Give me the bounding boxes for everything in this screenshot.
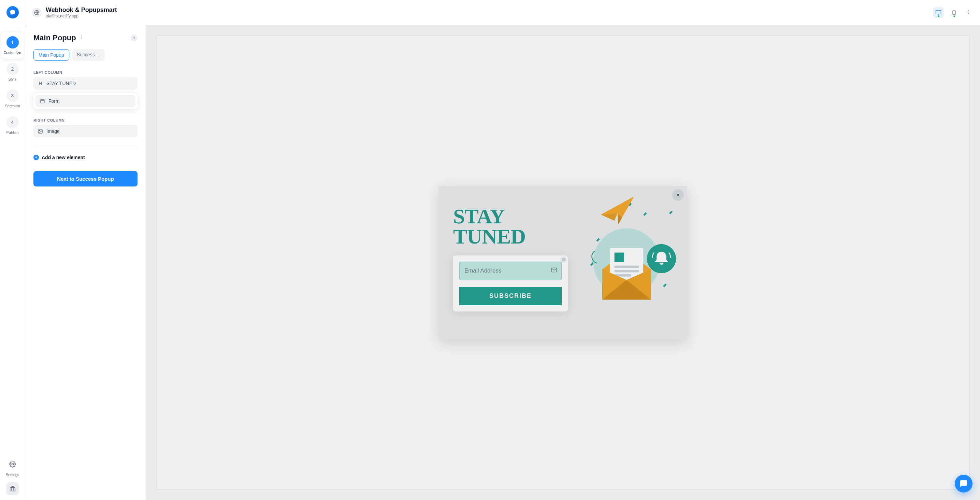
form-icon xyxy=(40,98,45,104)
svg-point-8 xyxy=(81,35,82,36)
title-block: Webhook & Popupsmart trialfirst.netlify.… xyxy=(46,6,117,18)
topbar: Webhook & Popupsmart trialfirst.netlify.… xyxy=(25,0,980,25)
svg-rect-20 xyxy=(614,266,639,268)
tab-main-popup[interactable]: Main Popup xyxy=(33,49,69,61)
left-rail: 1 Customize 2 Style 3 Segment 4 Publish … xyxy=(0,0,25,500)
step-label: Style xyxy=(8,77,16,81)
popup-headline-2: TUNED xyxy=(453,227,568,247)
step-label: Publish xyxy=(6,131,18,134)
divider xyxy=(33,147,137,147)
element-form-highlight: Form xyxy=(33,93,137,109)
tab-success-popup[interactable]: Success Po… xyxy=(72,49,105,61)
step-label: Customize xyxy=(4,51,22,54)
element-label: Form xyxy=(48,98,60,104)
page-domain: trialfirst.netlify.app xyxy=(46,14,117,18)
element-heading[interactable]: H STAY TUNED xyxy=(33,77,137,89)
step-number: 4 xyxy=(6,116,19,128)
status-dot-icon xyxy=(953,15,955,17)
svg-point-13 xyxy=(39,130,40,131)
svg-rect-3 xyxy=(936,10,941,14)
topbar-more[interactable] xyxy=(964,8,973,18)
step-number: 3 xyxy=(6,89,19,102)
svg-rect-21 xyxy=(614,270,639,272)
step-style[interactable]: 2 Style xyxy=(0,59,25,85)
app-logo[interactable] xyxy=(6,6,19,18)
element-label: STAY TUNED xyxy=(46,81,76,86)
svg-point-7 xyxy=(969,13,969,14)
svg-rect-1 xyxy=(10,487,15,491)
element-label: Image xyxy=(46,128,60,134)
selection-handle-icon[interactable] xyxy=(562,257,566,262)
device-mobile[interactable] xyxy=(948,7,959,18)
section-left-column: LEFT COLUMN xyxy=(33,70,137,75)
envelope-illustration-icon xyxy=(578,186,687,323)
plus-icon: + xyxy=(33,155,39,160)
add-element-label: Add a new element xyxy=(41,155,85,160)
toolbox-button[interactable] xyxy=(6,482,19,495)
step-publish[interactable]: 4 Publish xyxy=(0,112,25,139)
popup-headline-1: STAY xyxy=(453,206,568,227)
settings-button[interactable] xyxy=(6,458,19,471)
next-button[interactable]: Next to Success Popup xyxy=(33,171,137,187)
step-label: Segment xyxy=(5,104,20,108)
svg-point-6 xyxy=(969,11,969,12)
section-right-column: RIGHT COLUMN xyxy=(33,118,137,122)
popup-illustration xyxy=(578,186,687,339)
subscribe-button[interactable]: SUBSCRIBE xyxy=(459,287,562,305)
step-number: 1 xyxy=(6,36,19,48)
mail-icon xyxy=(551,267,557,275)
step-number: 2 xyxy=(6,63,19,75)
panel-title: Main Popup xyxy=(33,34,76,42)
svg-rect-19 xyxy=(614,253,624,262)
preview-frame: STAY TUNED SUBSCRIBE xyxy=(156,35,970,490)
chat-launcher[interactable] xyxy=(955,475,972,492)
svg-point-0 xyxy=(11,463,13,465)
step-customize[interactable]: 1 Customize xyxy=(2,32,24,59)
heading-icon: H xyxy=(38,81,43,86)
canvas: STAY TUNED SUBSCRIBE xyxy=(146,25,980,500)
status-dot-icon xyxy=(938,15,939,17)
editor-panel: Main Popup Main Popup Success Po… LEFT C… xyxy=(25,25,146,500)
popup-form-highlight: SUBSCRIBE xyxy=(453,256,568,312)
image-icon xyxy=(38,128,43,134)
email-input-wrap xyxy=(459,262,562,280)
step-segment[interactable]: 3 Segment xyxy=(0,85,25,112)
svg-point-5 xyxy=(969,10,969,11)
page-title: Webhook & Popupsmart xyxy=(46,6,117,14)
globe-icon[interactable] xyxy=(32,8,41,18)
add-element-button[interactable]: + Add a new element xyxy=(33,153,137,161)
svg-point-9 xyxy=(81,37,82,38)
element-image[interactable]: Image xyxy=(33,125,137,137)
popup-preview: STAY TUNED SUBSCRIBE xyxy=(439,186,687,339)
element-form[interactable]: Form xyxy=(35,95,135,107)
settings-label: Settings xyxy=(6,473,19,477)
panel-more[interactable] xyxy=(79,35,84,42)
device-desktop[interactable] xyxy=(933,7,944,18)
svg-rect-11 xyxy=(40,99,44,103)
add-popup-button[interactable] xyxy=(131,35,137,42)
email-input[interactable] xyxy=(465,267,546,274)
svg-point-10 xyxy=(81,38,82,39)
